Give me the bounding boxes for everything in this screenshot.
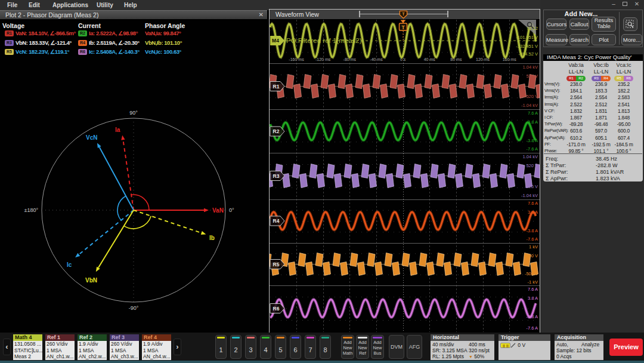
svg-text:-1 kV: -1 kV <box>527 279 538 285</box>
svg-text:-1.04 kV: -1.04 kV <box>521 103 538 108</box>
svg-text:Ic: Ic <box>67 262 72 268</box>
svg-text:1.04 kV: 1.04 kV <box>523 64 538 70</box>
svg-text:±180°: ±180° <box>24 207 38 213</box>
svg-text:R5: R5 <box>273 262 280 267</box>
svg-text:R3: R3 <box>273 173 280 179</box>
svg-text:-101.051 V: -101.051 V <box>516 35 538 40</box>
svg-text:-7.6 A: -7.6 A <box>526 325 538 331</box>
svg-text:VbN: VbN <box>85 277 97 284</box>
svg-text:R2: R2 <box>273 128 280 134</box>
svg-text:R1: R1 <box>273 84 280 90</box>
svg-text:-520 V: -520 V <box>525 184 538 189</box>
svg-text:VcN: VcN <box>86 134 97 141</box>
svg-text:Ib: Ib <box>209 235 215 241</box>
svg-text:-500 V: -500 V <box>525 271 538 276</box>
svg-text:R4: R4 <box>273 218 280 224</box>
svg-text:7.6 A: 7.6 A <box>528 201 538 206</box>
svg-text:-3.8 A: -3.8 A <box>526 314 538 319</box>
svg-text:-520 V: -520 V <box>525 94 538 99</box>
svg-text:-132.451 V: -132.451 V <box>516 44 538 49</box>
svg-text:500 V: 500 V <box>526 253 538 259</box>
svg-text:-7.6 A: -7.6 A <box>526 146 538 152</box>
svg-text:1 kV: 1 kV <box>529 244 538 250</box>
svg-text:-120 ms: -120 ms <box>315 57 331 61</box>
svg-text:7.6 A: 7.6 A <box>528 110 538 116</box>
svg-text:-1.04 kV: -1.04 kV <box>521 193 538 198</box>
svg-text:T: T <box>402 12 405 16</box>
svg-text:PQ:Filtered ref 1(meas2): PQ:Filtered ref 1(meas2) <box>286 37 362 44</box>
svg-text:1.04 kV: 1.04 kV <box>523 154 538 159</box>
svg-text:3.8 A: 3.8 A <box>528 210 538 215</box>
svg-text:M4: M4 <box>272 38 279 44</box>
svg-text:3.8 A: 3.8 A <box>528 119 538 125</box>
svg-text:-7.6 A: -7.6 A <box>526 236 538 242</box>
svg-text:40 ms: 40 ms <box>424 57 436 61</box>
svg-text:-3.8 A: -3.8 A <box>526 138 538 143</box>
svg-text:-90°: -90° <box>129 305 139 311</box>
svg-text:520 V: 520 V <box>526 163 538 168</box>
svg-text:T: T <box>401 24 405 30</box>
svg-text:Ia: Ia <box>115 127 120 133</box>
svg-text:93.12: 93.12 <box>527 26 538 31</box>
svg-text:7.6 A: 7.6 A <box>528 287 538 292</box>
svg-text:520 V: 520 V <box>526 73 538 79</box>
svg-text:VaN: VaN <box>212 207 224 214</box>
svg-text:-3.8 A: -3.8 A <box>526 228 538 233</box>
svg-text:-394.52 V: -394.52 V <box>518 51 538 57</box>
svg-text:R6: R6 <box>273 306 280 312</box>
svg-text:90°: 90° <box>129 110 138 116</box>
svg-text:0°: 0° <box>229 207 234 213</box>
svg-text:-40 ms: -40 ms <box>370 57 383 61</box>
svg-text:3.8 A: 3.8 A <box>528 296 538 301</box>
